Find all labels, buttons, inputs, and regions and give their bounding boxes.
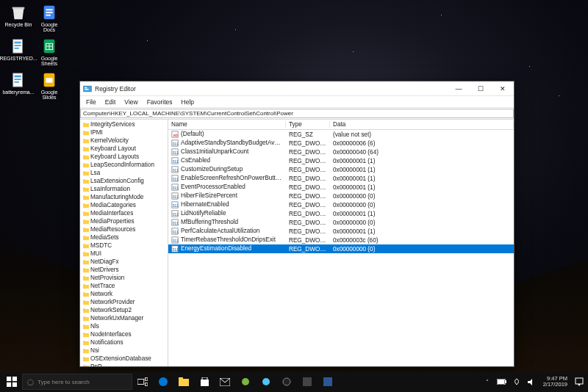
- regedit-window: Registry Editor — ☐ ✕ FileEditViewFavori…: [79, 81, 514, 367]
- tree-item[interactable]: NetDiagFx: [82, 258, 168, 266]
- taskbar-clock[interactable]: 9:47 PM 2/17/2019: [539, 376, 572, 388]
- tree-item[interactable]: OSExtensionDatabase: [82, 355, 168, 363]
- taskbar-app3-icon[interactable]: [297, 371, 318, 392]
- value-name: TimerRebaseThresholdOnDripsExit: [181, 236, 276, 243]
- list-row[interactable]: ab(Default)REG_SZ(value not set): [168, 130, 514, 139]
- tree-item[interactable]: MediaCategories: [82, 201, 168, 209]
- value-name: PerfCalculateActualUtilization: [181, 228, 259, 234]
- minimize-button[interactable]: —: [448, 81, 470, 96]
- tray-wifi-icon[interactable]: [509, 371, 524, 392]
- tree-item[interactable]: NetworkSetup2: [82, 306, 168, 314]
- taskbar-steam-icon[interactable]: [276, 371, 297, 392]
- bin-icon: [10, 4, 26, 21]
- tree-item[interactable]: MediaInterfaces: [82, 209, 168, 217]
- taskbar-mail-icon[interactable]: [215, 371, 235, 392]
- list-row[interactable]: 011PerfCalculateActualUtilizationREG_DWO…: [168, 227, 514, 236]
- col-type[interactable]: Type: [286, 121, 330, 128]
- list-row[interactable]: 011LidNotifyReliableREG_DWORD0x00000001 …: [168, 209, 514, 218]
- tree-item[interactable]: LeapSecondInformation: [82, 161, 168, 169]
- address-input[interactable]: [80, 109, 514, 118]
- tree-item[interactable]: Network: [82, 290, 168, 298]
- col-name[interactable]: Name: [168, 121, 286, 128]
- tree-item[interactable]: LsaInformation: [82, 185, 168, 193]
- desktop-icon[interactable]: Google Docs: [35, 4, 63, 32]
- list-header[interactable]: Name Type Data: [168, 120, 514, 130]
- value-data: 0x00000006 (6): [330, 140, 514, 147]
- tree-item[interactable]: NetworkProvider: [82, 298, 168, 306]
- desktop-icon[interactable]: Google Slides: [35, 72, 63, 100]
- tree-item[interactable]: KernelVelocity: [82, 137, 168, 145]
- taskbar-edge-icon[interactable]: [153, 371, 173, 392]
- tree-item[interactable]: Lsa: [82, 169, 168, 177]
- tree-item[interactable]: NetDrivers: [82, 266, 168, 274]
- titlebar[interactable]: Registry Editor — ☐ ✕: [80, 81, 514, 96]
- tree-item[interactable]: LsaExtensionConfig: [82, 177, 168, 185]
- col-data[interactable]: Data: [330, 121, 514, 128]
- tree-item[interactable]: IntegrityServices: [82, 120, 168, 128]
- desktop-icon[interactable]: REGISTRYED...: [4, 38, 32, 66]
- list-pane[interactable]: Name Type Data ab(Default)REG_SZ(value n…: [168, 120, 514, 366]
- menu-favorites[interactable]: Favorites: [143, 97, 177, 107]
- search-box[interactable]: ◯ Type here to search: [22, 374, 132, 390]
- tree-item-label: NetDiagFx: [90, 258, 119, 266]
- tree-item-label: Lsa: [90, 169, 100, 177]
- tree-item[interactable]: Nls: [82, 322, 168, 330]
- tree-item[interactable]: PnP: [82, 363, 168, 366]
- dword-icon: 011: [171, 192, 179, 200]
- svg-rect-55: [146, 378, 148, 381]
- tree-item[interactable]: MediaProperties: [82, 217, 168, 225]
- close-button[interactable]: ✕: [492, 81, 514, 96]
- tree-pane[interactable]: IntegrityServicesIPMIKernelVelocityKeybo…: [80, 120, 168, 366]
- tree-item[interactable]: MSDTC: [82, 242, 168, 250]
- tray-chevron-icon[interactable]: ˄: [480, 371, 495, 392]
- tree-item-label: MediaCategories: [90, 201, 136, 209]
- task-view-button[interactable]: [132, 371, 153, 392]
- list-row[interactable]: 011HiberFileSizePercentREG_DWORD0x000000…: [168, 192, 514, 200]
- tree-item[interactable]: IPMI: [82, 128, 168, 137]
- list-row[interactable]: 011CsEnabledREG_DWORD0x00000001 (1): [168, 156, 514, 165]
- list-row[interactable]: 011Class1InitialUnparkCountREG_DWORD0x00…: [168, 148, 514, 156]
- notifications-button[interactable]: [572, 371, 587, 392]
- clock-date: 2/17/2019: [543, 382, 567, 388]
- list-row[interactable]: 011EventProcessorEnabledREG_DWORD0x00000…: [168, 183, 514, 192]
- menu-view[interactable]: View: [120, 97, 142, 107]
- tree-item[interactable]: Keyboard Layouts: [82, 153, 168, 161]
- list-row[interactable]: 011AdaptiveStandbyStandbyBudgetAvgInter.…: [168, 139, 514, 148]
- tray-battery-icon[interactable]: [495, 371, 509, 392]
- desktop-icon[interactable]: Recycle Bin: [4, 4, 32, 32]
- tree-item[interactable]: MediaSets: [82, 233, 168, 242]
- tree-item[interactable]: Keyboard Layout: [82, 145, 168, 153]
- list-row[interactable]: 011EnergyEstimationDisabledREG_DWORD0x00…: [168, 244, 514, 253]
- tree-item-label: MediaSets: [90, 233, 119, 242]
- desktop-icon[interactable]: Google Sheets: [35, 38, 63, 66]
- taskbar-explorer-icon[interactable]: [173, 371, 194, 392]
- menu-help[interactable]: Help: [177, 97, 198, 107]
- window-title: Registry Editor: [95, 85, 448, 92]
- maximize-button[interactable]: ☐: [470, 81, 492, 96]
- tray-volume-icon[interactable]: [524, 371, 539, 392]
- list-row[interactable]: 011CustomizeDuringSetupREG_DWORD0x000000…: [168, 165, 514, 174]
- list-row[interactable]: 011TimerRebaseThresholdOnDripsExitREG_DW…: [168, 236, 514, 244]
- tree-item[interactable]: ManufacturingMode: [82, 193, 168, 201]
- tree-item[interactable]: Notifications: [82, 338, 168, 346]
- tree-item[interactable]: MUI: [82, 250, 168, 258]
- list-row[interactable]: 011HibernateEnabledREG_DWORD0x00000000 (…: [168, 200, 514, 209]
- menu-file[interactable]: File: [82, 97, 101, 107]
- start-button[interactable]: [1, 371, 22, 392]
- taskbar-store-icon[interactable]: [194, 371, 215, 392]
- tree-item[interactable]: NetTrace: [82, 282, 168, 290]
- tree-item[interactable]: Nsi: [82, 346, 168, 355]
- tree-item[interactable]: NetworkUxManager: [82, 314, 168, 322]
- tree-item[interactable]: NodeInterfaces: [82, 330, 168, 338]
- tree-item[interactable]: NetProvision: [82, 274, 168, 282]
- list-row[interactable]: 011EnableScreenRefreshOnPowerButtonLon..…: [168, 174, 514, 183]
- list-row[interactable]: 011MfBufferingThresholdREG_DWORD0x000000…: [168, 218, 514, 227]
- list-body: ab(Default)REG_SZ(value not set)011Adapt…: [168, 130, 514, 253]
- taskbar-app-icon[interactable]: [235, 371, 256, 392]
- tree-item-label: Keyboard Layouts: [90, 153, 139, 161]
- taskbar-app2-icon[interactable]: [256, 371, 276, 392]
- taskbar-word-icon[interactable]: [318, 371, 338, 392]
- tree-item[interactable]: MediaResources: [82, 225, 168, 233]
- desktop-icon[interactable]: batteryrema...: [4, 72, 32, 100]
- menu-edit[interactable]: Edit: [101, 97, 121, 107]
